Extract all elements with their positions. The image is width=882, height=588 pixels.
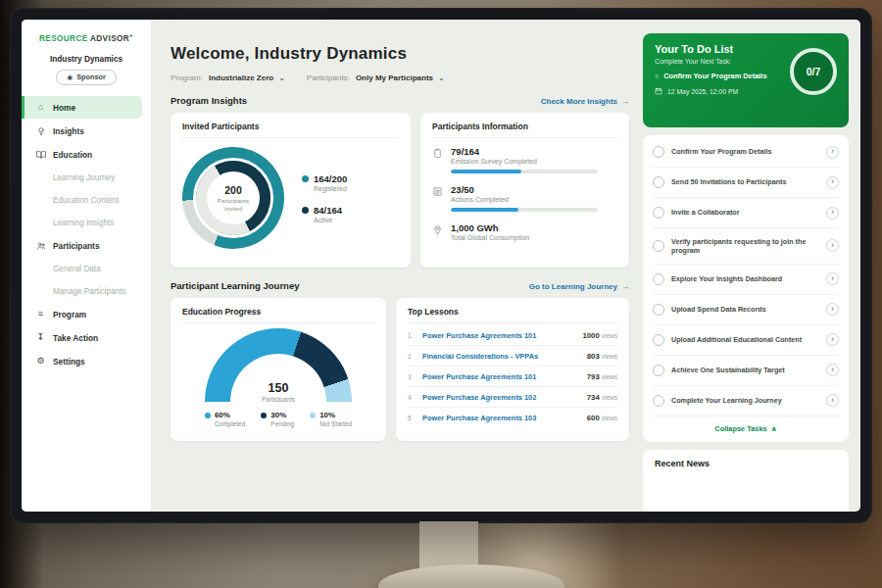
- chevron-right-icon[interactable]: ›: [826, 364, 839, 376]
- task-checkbox[interactable]: [653, 146, 664, 158]
- sidebar-item-label: Learning Journey: [53, 173, 115, 182]
- logo-advisor: ADVISOR: [88, 34, 129, 43]
- go-to-learning-journey-link[interactable]: Go to Learning Journey →: [529, 282, 629, 291]
- participants-information-card: Participants Information 79/164 Emission…: [420, 113, 629, 268]
- task-row[interactable]: Explore Your Insights Dashboard ›: [653, 265, 839, 295]
- progress-bar: [451, 170, 598, 173]
- education-gauge: 150 Participants: [205, 328, 352, 403]
- task-row[interactable]: Invite a Collaborator ›: [653, 198, 839, 228]
- sidebar-item-label: Learning Insights: [53, 219, 114, 227]
- views-unit: views: [602, 332, 617, 339]
- task-label: Achieve One Sustainability Target: [671, 366, 819, 374]
- stat-global-consumption: 1,000 GWh Total Global Consumption: [432, 222, 617, 241]
- sidebar-item-label: Program: [53, 310, 86, 319]
- task-checkbox[interactable]: [653, 395, 664, 407]
- chevron-right-icon[interactable]: ›: [826, 272, 839, 285]
- progress-bar-fill: [451, 208, 518, 212]
- todo-next-task[interactable]: ○ Confirm Your Program Details: [655, 72, 780, 80]
- task-row[interactable]: Achieve One Sustainability Target ›: [653, 356, 839, 386]
- lesson-link[interactable]: Financial Considerations - VPPAs: [422, 352, 580, 361]
- legend-dot: [205, 413, 211, 418]
- task-row[interactable]: Upload Spend Data Records ›: [653, 295, 839, 325]
- stat-label: Actions Completed: [451, 196, 598, 203]
- check-more-insights-link[interactable]: Check More Insights →: [541, 97, 629, 106]
- task-checkbox[interactable]: [653, 176, 664, 188]
- lesson-views: 600views: [587, 414, 617, 422]
- program-filter-label: Program:: [171, 74, 203, 82]
- legend-label: Active: [314, 217, 347, 223]
- sponsor-badge[interactable]: ◉ Sponsor: [56, 70, 117, 85]
- sidebar-item-learning-insights[interactable]: Learning Insights: [22, 212, 151, 233]
- stat-actions-completed: 23/50 Actions Completed: [432, 184, 617, 212]
- recent-news-card: Recent News: [643, 450, 849, 512]
- sidebar-item-settings[interactable]: ⚙ Settings: [22, 350, 151, 372]
- sidebar-item-learning-journey[interactable]: Learning Journey: [22, 167, 151, 188]
- legend-dot: [310, 413, 316, 418]
- lesson-link[interactable]: Power Purchase Agreements 101: [422, 331, 575, 340]
- task-checkbox[interactable]: [653, 207, 664, 219]
- chevron-right-icon[interactable]: ›: [826, 333, 839, 346]
- invited-legend: 164/200 Registered 84/164 Active: [302, 173, 347, 223]
- program-dropdown[interactable]: Industrialize Zero ⌄: [209, 74, 285, 82]
- sidebar-item-participants[interactable]: Participants: [22, 234, 151, 257]
- lesson-link[interactable]: Power Purchase Agreements 102: [422, 393, 580, 402]
- sidebar-item-label: Take Action: [53, 333, 98, 343]
- task-row[interactable]: Complete Your Learning Journey ›: [653, 386, 839, 416]
- views-count: 600: [587, 414, 600, 422]
- lesson-row: 2 Financial Considerations - VPPAs 803vi…: [408, 346, 617, 367]
- task-label: Upload Spend Data Records: [671, 305, 819, 314]
- sidebar-item-education[interactable]: Education: [22, 143, 151, 166]
- arrow-right-icon: →: [621, 97, 629, 106]
- task-row[interactable]: Confirm Your Program Details ›: [653, 137, 839, 168]
- logo-resource: RESOURCE: [39, 34, 88, 43]
- section-title-learning-journey: Participant Learning Journey: [171, 280, 299, 291]
- education-gauge-center: 150 Participants: [205, 382, 352, 403]
- chevron-right-icon[interactable]: ›: [826, 239, 839, 252]
- lesson-link[interactable]: Power Purchase Agreements 101: [422, 372, 580, 381]
- people-icon: [35, 241, 46, 251]
- invited-card-body: 200 Participants Invited 164/200: [182, 138, 399, 249]
- chevron-right-icon[interactable]: ›: [826, 176, 839, 189]
- chevron-right-icon[interactable]: ›: [826, 207, 839, 220]
- org-name: Industry Dynamics: [22, 54, 151, 64]
- sponsor-icon: ◉: [67, 74, 73, 80]
- screen: RESOURCE ADVISOR+ Industry Dynamics ◉ Sp…: [22, 20, 860, 512]
- participants-dropdown[interactable]: Only My Participants ⌄: [356, 74, 445, 82]
- lesson-link[interactable]: Power Purchase Agreements 103: [422, 414, 580, 422]
- sidebar-item-insights[interactable]: Insights: [22, 120, 151, 142]
- learning-journey-header: Participant Learning Journey Go to Learn…: [171, 280, 629, 291]
- views-unit: views: [602, 415, 617, 421]
- lesson-views: 793views: [587, 372, 617, 381]
- location-pin-icon: [432, 224, 443, 235]
- sidebar-item-education-content[interactable]: Education Content: [22, 189, 151, 211]
- task-checkbox[interactable]: [653, 304, 664, 316]
- sidebar-item-program[interactable]: ≡ Program: [22, 303, 151, 325]
- sidebar-item-general-data[interactable]: General Data: [22, 258, 151, 279]
- sidebar: RESOURCE ADVISOR+ Industry Dynamics ◉ Sp…: [22, 20, 151, 512]
- chevron-right-icon[interactable]: ›: [826, 303, 839, 316]
- stat-value: 23/50: [451, 184, 598, 195]
- task-row[interactable]: Send 50 Invitations to Participants ›: [653, 168, 839, 198]
- task-row[interactable]: Verify participants requesting to join t…: [653, 228, 839, 265]
- collapse-tasks-link[interactable]: Collapse Tasks ∧: [653, 416, 839, 439]
- task-checkbox[interactable]: [653, 273, 664, 285]
- sidebar-item-home[interactable]: ⌂ Home: [22, 96, 142, 119]
- education-progress-card: Education Progress 150 Participants: [171, 298, 386, 441]
- task-row[interactable]: Upload Additional Educational Content ›: [653, 325, 839, 356]
- legend-item-active: 84/164 Active: [302, 205, 347, 223]
- arrow-right-icon: →: [621, 282, 629, 291]
- task-checkbox[interactable]: [653, 365, 664, 376]
- legend-value: 84/164: [314, 205, 342, 216]
- sidebar-item-manage-participants[interactable]: Manage Participants: [22, 280, 151, 302]
- card-title: Participants Information: [432, 122, 617, 138]
- chevron-right-icon[interactable]: ›: [826, 146, 839, 159]
- task-label: Send 50 Invitations to Participants: [671, 177, 819, 186]
- chevron-right-icon[interactable]: ›: [826, 394, 839, 407]
- due-date-label: 12 May 2025, 12:00 PM: [667, 88, 738, 95]
- task-checkbox[interactable]: [653, 240, 664, 252]
- lesson-row: 4 Power Purchase Agreements 102 734views: [408, 387, 617, 408]
- sidebar-item-take-action[interactable]: ↧ Take Action: [22, 326, 151, 349]
- education-legend: 60% Completed 30% Pending 10%: [205, 411, 352, 427]
- sidebar-item-label: Education Content: [53, 196, 119, 205]
- task-checkbox[interactable]: [653, 334, 664, 346]
